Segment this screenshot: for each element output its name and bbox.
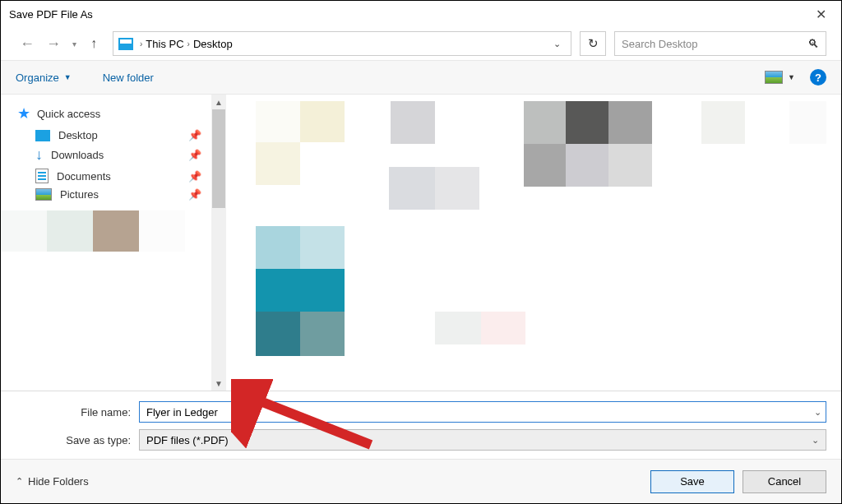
search-placeholder: Search Desktop bbox=[622, 38, 698, 50]
chevron-right-icon[interactable]: › bbox=[140, 39, 142, 49]
chevron-down-icon: ▼ bbox=[64, 73, 72, 81]
folder-icon bbox=[118, 38, 133, 50]
content-mosaic bbox=[226, 95, 841, 391]
up-button[interactable]: ↑ bbox=[83, 32, 104, 55]
sidebar-item-label: Documents bbox=[57, 170, 111, 183]
save-dialog: Save PDF File As ✕ ← → ▾ ↑ › This PC › D… bbox=[0, 0, 842, 504]
file-name-input[interactable] bbox=[139, 401, 826, 423]
back-button[interactable]: ← bbox=[16, 32, 39, 55]
nav-row: ← → ▾ ↑ › This PC › Desktop ⌄ ↻ Search D… bbox=[1, 27, 841, 60]
organize-menu[interactable]: Organize ▼ bbox=[16, 72, 72, 84]
scroll-up-icon[interactable]: ▲ bbox=[211, 95, 226, 109]
breadcrumb: › This PC › Desktop bbox=[140, 38, 548, 50]
documents-icon bbox=[35, 169, 49, 183]
breadcrumb-desktop[interactable]: Desktop bbox=[193, 38, 233, 50]
pin-icon: 📌 bbox=[188, 149, 201, 161]
forward-button[interactable]: → bbox=[42, 32, 65, 55]
downloads-icon: ↓ bbox=[35, 146, 43, 164]
hide-folders-toggle[interactable]: ⌃ Hide Folders bbox=[16, 475, 89, 488]
recent-locations-dropdown[interactable]: ▾ bbox=[68, 32, 80, 55]
sidebar-label: Quick access bbox=[37, 108, 100, 120]
new-folder-button[interactable]: New folder bbox=[103, 72, 154, 84]
address-bar[interactable]: › This PC › Desktop ⌄ bbox=[113, 31, 571, 56]
desktop-icon bbox=[35, 130, 50, 141]
pin-icon: 📌 bbox=[188, 170, 201, 183]
cancel-button[interactable]: Cancel bbox=[743, 470, 826, 493]
chevron-up-icon: ⌃ bbox=[16, 476, 23, 487]
sidebar-item-documents[interactable]: Documents 📌 bbox=[35, 169, 206, 183]
pin-icon: 📌 bbox=[188, 188, 201, 201]
save-button[interactable]: Save bbox=[650, 470, 734, 493]
close-icon[interactable]: ✕ bbox=[809, 3, 833, 25]
organize-label: Organize bbox=[16, 72, 59, 84]
search-icon: 🔍︎ bbox=[807, 37, 819, 50]
titlebar: Save PDF File As ✕ bbox=[1, 1, 841, 27]
chevron-right-icon[interactable]: › bbox=[187, 39, 190, 49]
form-area: File name: ⌄ Save as type: PDF files (*.… bbox=[1, 391, 841, 459]
pictures-icon bbox=[35, 188, 52, 201]
save-type-value: PDF files (*.PDF) bbox=[146, 434, 229, 446]
sidebar-item-quick-access[interactable]: ★ Quick access bbox=[17, 104, 206, 123]
sidebar-scrollbar[interactable]: ▲ ▼ bbox=[211, 95, 226, 391]
view-menu[interactable]: ▼ bbox=[765, 71, 795, 84]
sidebar-item-downloads[interactable]: ↓Downloads 📌 bbox=[35, 146, 206, 164]
file-name-label: File name: bbox=[16, 406, 139, 418]
save-type-select[interactable]: PDF files (*.PDF) ⌄ bbox=[139, 429, 826, 451]
hide-folders-label: Hide Folders bbox=[28, 475, 89, 488]
help-button[interactable]: ? bbox=[810, 69, 826, 86]
chevron-down-icon: ▼ bbox=[788, 73, 795, 81]
sidebar-item-label: Pictures bbox=[60, 188, 99, 201]
address-dropdown-icon[interactable]: ⌄ bbox=[548, 39, 566, 49]
refresh-button[interactable]: ↻ bbox=[580, 31, 606, 56]
save-type-label: Save as type: bbox=[16, 434, 139, 446]
view-icon bbox=[765, 71, 783, 84]
scroll-thumb[interactable] bbox=[212, 109, 225, 208]
sidebar-item-label: Desktop bbox=[58, 129, 98, 141]
sidebar-item-label: Downloads bbox=[51, 149, 104, 161]
chevron-down-icon: ⌄ bbox=[812, 435, 819, 446]
star-icon: ★ bbox=[17, 104, 30, 123]
toolbar: Organize ▼ New folder ▼ ? bbox=[1, 60, 841, 95]
pin-icon: 📌 bbox=[188, 129, 201, 141]
window-title: Save PDF File As bbox=[9, 8, 93, 21]
sidebar: ★ Quick access Desktop 📌 ↓Downloads 📌 Do… bbox=[1, 95, 226, 391]
scroll-down-icon[interactable]: ▼ bbox=[211, 376, 226, 391]
file-pane[interactable] bbox=[226, 95, 841, 391]
sidebar-item-desktop[interactable]: Desktop 📌 bbox=[35, 129, 206, 141]
search-input[interactable]: Search Desktop 🔍︎ bbox=[614, 31, 826, 56]
sidebar-thumbs bbox=[1, 210, 206, 252]
footer: ⌃ Hide Folders Save Cancel bbox=[1, 459, 841, 503]
sidebar-item-pictures[interactable]: Pictures 📌 bbox=[35, 188, 206, 201]
breadcrumb-this-pc[interactable]: This PC bbox=[146, 38, 183, 50]
